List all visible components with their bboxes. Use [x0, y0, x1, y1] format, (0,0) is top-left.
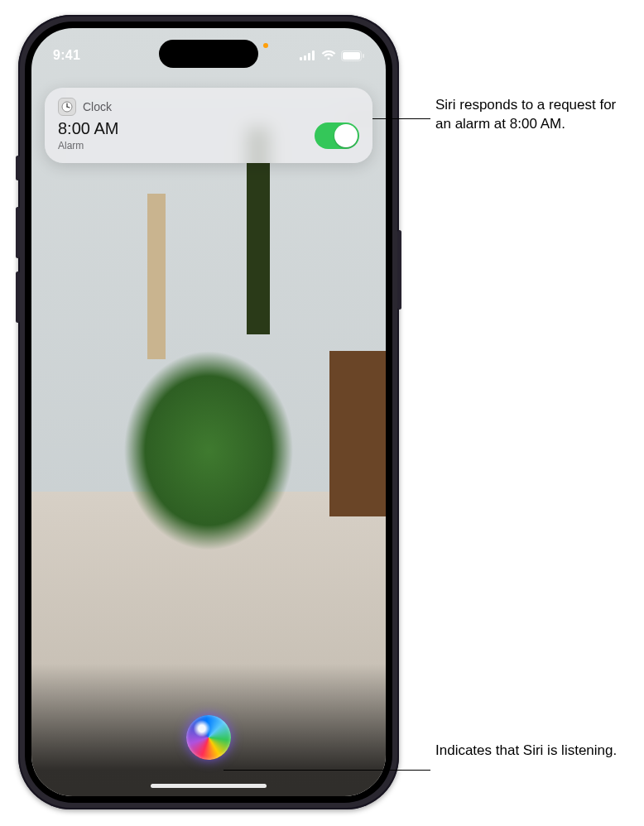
notification-app-name: Clock [83, 100, 112, 113]
clock-app-icon [58, 98, 76, 116]
svg-rect-6 [363, 54, 364, 58]
alarm-toggle[interactable] [315, 122, 359, 149]
svg-rect-5 [343, 52, 360, 60]
status-time: 9:41 [53, 48, 80, 63]
volume-down-button[interactable] [16, 271, 20, 323]
callout-alarm: Siri responds to a request for an alarm … [435, 96, 618, 134]
side-power-button[interactable] [397, 230, 401, 310]
svg-rect-0 [300, 57, 302, 60]
alarm-label: Alarm [58, 140, 118, 151]
home-indicator[interactable] [151, 784, 267, 788]
alarm-time: 8:00 AM [58, 119, 118, 138]
volume-up-button[interactable] [16, 207, 20, 258]
mute-switch[interactable] [16, 156, 20, 180]
status-right [300, 50, 364, 61]
callout-siri-orb: Indicates that Siri is listening. [435, 742, 617, 761]
callout-leader-line [223, 770, 430, 771]
iphone-device-frame: 9:41 [18, 15, 399, 809]
svg-rect-1 [304, 55, 306, 60]
battery-icon [341, 50, 364, 61]
dynamic-island[interactable] [159, 40, 258, 68]
svg-rect-2 [308, 53, 310, 60]
svg-rect-3 [312, 50, 315, 60]
microphone-indicator-dot [263, 43, 268, 48]
notification-header: Clock [58, 98, 359, 116]
siri-orb[interactable] [186, 715, 231, 760]
wifi-icon [321, 50, 336, 60]
cellular-signal-icon [300, 50, 316, 60]
clock-alarm-notification[interactable]: Clock 8:00 AM Alarm [45, 88, 372, 163]
iphone-screen: 9:41 [31, 28, 386, 796]
alarm-info: 8:00 AM Alarm [58, 119, 118, 151]
